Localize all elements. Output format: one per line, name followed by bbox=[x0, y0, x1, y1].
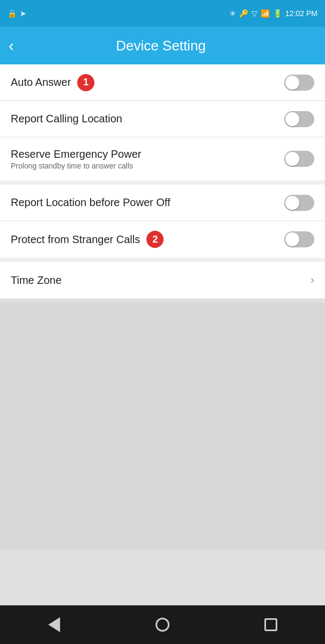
recent-square-icon bbox=[264, 618, 277, 631]
auto-answer-row: Auto Answer 1 bbox=[0, 64, 325, 101]
status-bar-right: ✳ 🔑 ▽ 📶 🔋 12:02 PM bbox=[230, 9, 317, 18]
reserve-emergency-power-row: Reserve Emergency Power Prolong standby … bbox=[0, 137, 325, 180]
protect-stranger-calls-left: Protect from Stranger Calls 2 bbox=[11, 231, 284, 248]
back-button[interactable]: ‹ bbox=[9, 35, 18, 56]
report-calling-location-label-wrap: Report Calling Location bbox=[11, 113, 122, 125]
report-location-power-off-row: Report Location before Power Off bbox=[0, 185, 325, 221]
lock-icon: 🔒 bbox=[8, 9, 17, 18]
reserve-emergency-power-left: Reserve Emergency Power Prolong standby … bbox=[11, 148, 284, 170]
app-bar: ‹ Device Setting bbox=[0, 27, 325, 64]
section-2: Report Location before Power Off Protect… bbox=[0, 185, 325, 258]
protect-stranger-calls-label-wrap: Protect from Stranger Calls bbox=[11, 233, 140, 246]
time-display: 12:02 PM bbox=[285, 9, 317, 18]
protect-stranger-calls-label: Protect from Stranger Calls bbox=[11, 233, 140, 246]
reserve-emergency-power-toggle[interactable] bbox=[284, 151, 314, 167]
report-location-power-off-label: Report Location before Power Off bbox=[11, 196, 171, 209]
time-zone-label: Time Zone bbox=[11, 274, 62, 287]
section-3: Time Zone › bbox=[0, 262, 325, 298]
auto-answer-label: Auto Answer bbox=[11, 76, 71, 89]
auto-answer-badge: 1 bbox=[77, 74, 94, 91]
auto-answer-label-wrap: Auto Answer bbox=[11, 76, 71, 89]
battery-icon: 🔋 bbox=[273, 9, 282, 18]
wifi-icon: ▽ bbox=[252, 9, 257, 18]
vpn-icon: 🔑 bbox=[239, 9, 248, 18]
report-calling-location-toggle[interactable] bbox=[284, 111, 314, 127]
section-1: Auto Answer 1 Report Calling Location Re… bbox=[0, 64, 325, 180]
protect-stranger-calls-toggle[interactable] bbox=[284, 231, 314, 247]
chevron-right-icon: › bbox=[311, 273, 314, 287]
reserve-emergency-power-label-wrap: Reserve Emergency Power Prolong standby … bbox=[11, 148, 141, 170]
report-calling-location-row: Report Calling Location bbox=[0, 101, 325, 137]
report-calling-location-label: Report Calling Location bbox=[11, 113, 122, 125]
empty-area bbox=[0, 303, 325, 550]
report-location-power-off-left: Report Location before Power Off bbox=[11, 196, 284, 209]
report-location-power-off-label-wrap: Report Location before Power Off bbox=[11, 196, 171, 209]
bluetooth-icon: ✳ bbox=[230, 9, 236, 18]
nav-recent-button[interactable] bbox=[255, 609, 287, 641]
time-zone-row[interactable]: Time Zone › bbox=[0, 262, 325, 298]
report-location-power-off-toggle[interactable] bbox=[284, 195, 314, 211]
send-icon: ➤ bbox=[20, 9, 26, 18]
auto-answer-toggle[interactable] bbox=[284, 75, 314, 91]
protect-stranger-calls-badge: 2 bbox=[146, 231, 164, 248]
nav-home-button[interactable] bbox=[146, 609, 179, 641]
signal-icon: 📶 bbox=[261, 9, 270, 18]
page-title: Device Setting bbox=[27, 38, 295, 54]
reserve-emergency-power-label: Reserve Emergency Power bbox=[11, 148, 141, 160]
protect-stranger-calls-row: Protect from Stranger Calls 2 bbox=[0, 221, 325, 258]
settings-content: Auto Answer 1 Report Calling Location Re… bbox=[0, 64, 325, 298]
back-triangle-icon bbox=[48, 617, 60, 632]
status-bar-left: 🔒 ➤ bbox=[8, 9, 26, 18]
home-circle-icon bbox=[156, 618, 169, 632]
auto-answer-left: Auto Answer 1 bbox=[11, 74, 284, 91]
bottom-nav-bar bbox=[0, 605, 325, 644]
status-bar: 🔒 ➤ ✳ 🔑 ▽ 📶 🔋 12:02 PM bbox=[0, 0, 325, 27]
reserve-emergency-power-sublabel: Prolong standby time to answer calls bbox=[11, 162, 141, 170]
nav-back-button[interactable] bbox=[38, 609, 70, 641]
report-calling-location-left: Report Calling Location bbox=[11, 113, 284, 125]
